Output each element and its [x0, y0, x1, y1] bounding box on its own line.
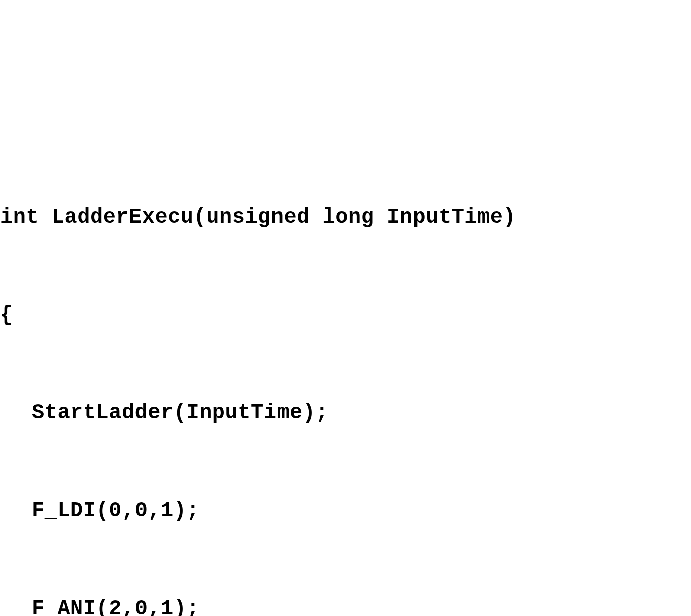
function-signature: int LadderExecu(unsigned long InputTime)	[0, 201, 691, 234]
code-line: F_LDI(0,0,1);	[0, 495, 691, 527]
code-line: F_ANI(2,0,1);	[0, 593, 691, 616]
open-brace: {	[0, 299, 691, 332]
code-line: StartLadder(InputTime);	[0, 397, 691, 429]
code-block: int LadderExecu(unsigned long InputTime)…	[0, 130, 691, 616]
